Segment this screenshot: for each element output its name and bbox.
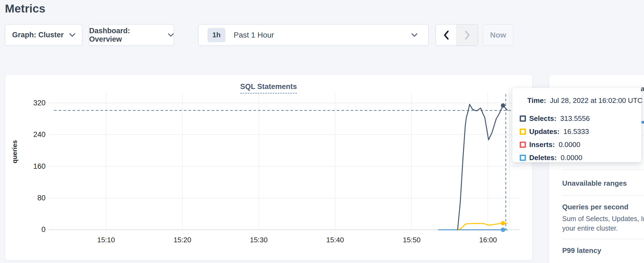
x-tick-label: 15:50 <box>394 236 429 244</box>
tooltip-series-label: Selects: <box>529 114 556 123</box>
tooltip-series-value: 16.5333 <box>563 127 589 136</box>
tooltip-series-value: 0.0000 <box>559 140 580 149</box>
chart-title[interactable]: SQL Statements <box>240 82 297 94</box>
y-tick-label: 320 <box>13 99 46 107</box>
y-tick-label: 160 <box>13 162 46 171</box>
chart-hover-tooltip: Time:Jul 28, 2022 at 16:02:00 UTC Select… <box>512 88 642 162</box>
selects-swatch-icon <box>520 115 526 122</box>
obscured-link-fragment <box>642 121 644 124</box>
tooltip-row-inserts: Inserts: 0.0000 <box>520 140 580 149</box>
y-tick-label: 0 <box>13 225 46 234</box>
x-tick-label: 15:10 <box>88 236 124 244</box>
obscured-heading-fragment: a <box>641 85 644 93</box>
tooltip-row-deletes: Deletes: 0.0000 <box>520 153 582 162</box>
tooltip-time-label: Time: <box>527 96 546 105</box>
x-tick-label: 15:30 <box>241 236 276 244</box>
tooltip-time: Time:Jul 28, 2022 at 16:02:00 UTC <box>527 96 643 105</box>
tooltip-series-label: Updates: <box>529 127 559 136</box>
tooltip-series-value: 313.5556 <box>560 114 590 123</box>
tooltip-row-selects: Selects: 313.5556 <box>520 114 590 123</box>
tooltip-series-label: Deletes: <box>529 154 557 162</box>
updates-swatch-icon <box>520 129 526 135</box>
x-tick-label: 16:00 <box>470 236 506 244</box>
y-tick-label: 80 <box>13 194 46 202</box>
y-tick-label: 240 <box>13 130 46 139</box>
x-tick-label: 15:40 <box>317 236 353 244</box>
tooltip-series-label: Inserts: <box>529 140 555 149</box>
tooltip-series-value: 0.0000 <box>561 154 582 162</box>
inserts-swatch-icon <box>520 142 526 148</box>
x-tick-label: 15:20 <box>165 236 200 244</box>
tooltip-row-updates: Updates: 16.5333 <box>520 127 589 136</box>
tooltip-time-value: Jul 28, 2022 at 16:02:00 UTC <box>550 96 643 105</box>
deletes-swatch-icon <box>520 155 526 161</box>
